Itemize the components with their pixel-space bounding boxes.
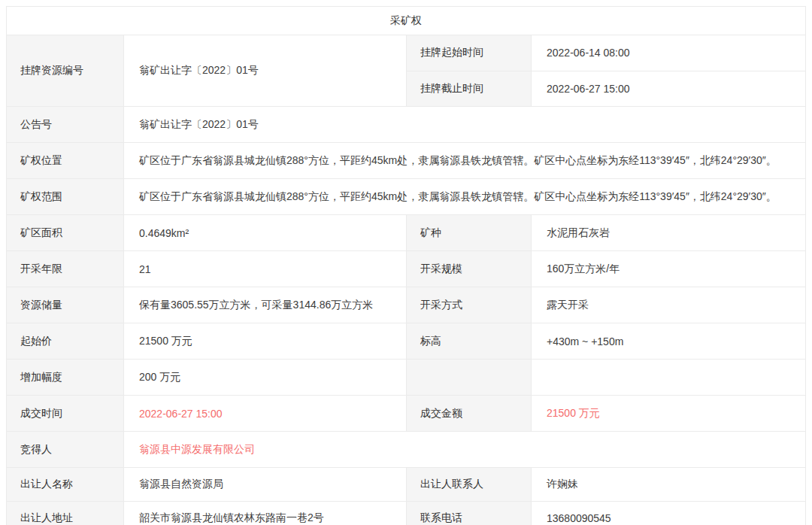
start-price-value: 21500 万元 <box>124 323 407 359</box>
row-listing-end: 挂牌截止时间 2022-06-27 15:00 <box>407 71 805 107</box>
mining-method-value: 露天开采 <box>532 287 805 323</box>
mining-area-label: 矿区面积 <box>7 215 124 250</box>
mining-right-scope-value: 矿区位于广东省翁源县城龙仙镇288°方位，平距约45km处，隶属翁源县铁龙镇管辖… <box>124 179 805 214</box>
announcement-number-label: 公告号 <box>7 107 124 142</box>
row-announcement-number: 公告号 翁矿出让字〔2022〕01号 <box>7 106 805 142</box>
transferor-name-value: 翁源县自然资源局 <box>124 468 407 501</box>
row-reserves-method: 资源储量 保有量3605.55万立方米，可采量3144.86万立方米 开采方式 … <box>7 287 805 323</box>
transferor-name-label: 出让人名称 <box>7 468 124 501</box>
row-winner: 竞得人 翁源县中源发展有限公司 <box>7 431 805 467</box>
contact-phone-value: 13680090545 <box>532 502 805 525</box>
row-mining-right-location: 矿权位置 矿区位于广东省翁源县城龙仙镇288°方位，平距约45km处，隶属翁源县… <box>7 142 805 178</box>
listing-number-value: 翁矿出让字〔2022〕01号 <box>124 35 407 106</box>
resource-reserves-value: 保有量3605.55万立方米，可采量3144.86万立方米 <box>124 287 407 323</box>
deal-time-label: 成交时间 <box>7 396 124 431</box>
deal-amount-value: 21500 万元 <box>532 396 805 431</box>
transferor-address-label: 出让人地址 <box>7 502 124 525</box>
mineral-type-label: 矿种 <box>407 215 532 250</box>
row-years-scale: 开采年限 21 开采规模 160万立方米/年 <box>7 250 805 287</box>
page-title: 采矿权 <box>390 14 422 28</box>
row-deal-time-amount: 成交时间 2022-06-27 15:00 成交金额 21500 万元 <box>7 395 805 431</box>
mining-right-location-value: 矿区位于广东省翁源县城龙仙镇288°方位，平距约45km处，隶属翁源县铁龙镇管辖… <box>124 143 805 178</box>
table-title-row: 采矿权 <box>7 7 805 35</box>
mining-right-detail-table: 采矿权 挂牌资源编号 翁矿出让字〔2022〕01号 挂牌起始时间 2022-06… <box>6 6 806 525</box>
mining-years-value: 21 <box>124 251 407 287</box>
start-price-label: 起始价 <box>7 323 124 359</box>
increment-value: 200 万元 <box>124 360 407 395</box>
listing-end-label: 挂牌截止时间 <box>407 71 532 107</box>
transferor-address-value: 韶关市翁源县龙仙镇农林东路南一巷2号 <box>124 502 407 525</box>
winner-value: 翁源县中源发展有限公司 <box>124 432 805 467</box>
row-increment: 增加幅度 200 万元 <box>7 359 805 395</box>
listing-start-value: 2022-06-14 08:00 <box>532 35 805 71</box>
mining-method-label: 开采方式 <box>407 287 532 323</box>
elevation-label: 标高 <box>407 323 532 359</box>
deal-time-value: 2022-06-27 15:00 <box>124 396 407 431</box>
row-mining-right-scope: 矿权范围 矿区位于广东省翁源县城龙仙镇288°方位，平距约45km处，隶属翁源县… <box>7 178 805 214</box>
listing-start-label: 挂牌起始时间 <box>407 35 532 71</box>
row-listing-start: 挂牌起始时间 2022-06-14 08:00 <box>407 35 805 71</box>
increment-label: 增加幅度 <box>7 360 124 395</box>
listing-time-subcolumn: 挂牌起始时间 2022-06-14 08:00 挂牌截止时间 2022-06-2… <box>407 35 805 106</box>
mining-right-location-label: 矿权位置 <box>7 143 124 178</box>
empty-value-cell <box>532 360 805 395</box>
listing-end-value: 2022-06-27 15:00 <box>532 71 805 107</box>
mining-right-scope-label: 矿权范围 <box>7 179 124 214</box>
row-area-mineral: 矿区面积 0.4649km² 矿种 水泥用石灰岩 <box>7 214 805 250</box>
mining-scale-label: 开采规模 <box>407 251 532 287</box>
elevation-value: +430m ~ +150m <box>532 323 805 359</box>
deal-amount-label: 成交金额 <box>407 396 532 431</box>
empty-label-cell <box>407 360 532 395</box>
transferor-contact-value: 许娴妹 <box>532 468 805 501</box>
row-listing-number: 挂牌资源编号 翁矿出让字〔2022〕01号 挂牌起始时间 2022-06-14 … <box>7 35 805 106</box>
mining-years-label: 开采年限 <box>7 251 124 287</box>
mineral-type-value: 水泥用石灰岩 <box>532 215 805 250</box>
row-address-phone: 出让人地址 韶关市翁源县龙仙镇农林东路南一巷2号 联系电话 1368009054… <box>7 501 805 525</box>
resource-reserves-label: 资源储量 <box>7 287 124 323</box>
transferor-contact-label: 出让人联系人 <box>407 468 532 501</box>
winner-label: 竞得人 <box>7 432 124 467</box>
row-transferor-name-contact: 出让人名称 翁源县自然资源局 出让人联系人 许娴妹 <box>7 467 805 501</box>
announcement-number-value: 翁矿出让字〔2022〕01号 <box>124 107 805 142</box>
row-price-elevation: 起始价 21500 万元 标高 +430m ~ +150m <box>7 323 805 359</box>
listing-number-label: 挂牌资源编号 <box>7 35 124 106</box>
mining-scale-value: 160万立方米/年 <box>532 251 805 287</box>
mining-area-value: 0.4649km² <box>124 215 407 250</box>
contact-phone-label: 联系电话 <box>407 502 532 525</box>
